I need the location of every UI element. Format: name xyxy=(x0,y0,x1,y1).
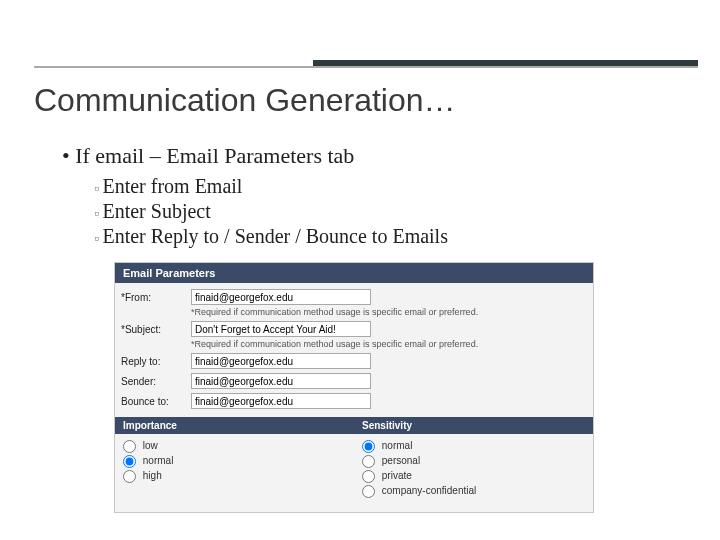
from-hint: *Required if communication method usage … xyxy=(191,307,593,319)
importance-high-label: high xyxy=(143,470,162,481)
sensitivity-personal-label: personal xyxy=(382,455,420,466)
from-input[interactable] xyxy=(191,289,371,305)
importance-header: Importance xyxy=(115,417,354,434)
sensitivity-private[interactable]: private xyxy=(362,470,585,483)
panel-header: Email Parameters xyxy=(115,263,593,283)
email-parameters-panel: Email Parameters *From: *Required if com… xyxy=(114,262,594,513)
importance-normal[interactable]: normal xyxy=(123,455,346,468)
subject-input[interactable] xyxy=(191,321,371,337)
slide-title: Communication Generation… xyxy=(34,82,686,119)
importance-low[interactable]: low xyxy=(123,440,346,453)
sensitivity-panel: Sensitivity normal personal private comp… xyxy=(354,417,593,504)
subbullet-reply: Enter Reply to / Sender / Bounce to Emai… xyxy=(94,225,686,248)
subject-label: *Subject: xyxy=(121,324,191,335)
from-label: *From: xyxy=(121,292,191,303)
subbullet-subject: Enter Subject xyxy=(94,200,686,223)
sensitivity-private-label: private xyxy=(382,470,412,481)
sensitivity-company[interactable]: company-confidential xyxy=(362,485,585,498)
importance-low-label: low xyxy=(143,440,158,451)
reply-to-input[interactable] xyxy=(191,353,371,369)
bullet-text: If email – Email Parameters tab xyxy=(75,143,354,168)
sensitivity-normal[interactable]: normal xyxy=(362,440,585,453)
importance-high[interactable]: high xyxy=(123,470,346,483)
sender-label: Sender: xyxy=(121,376,191,387)
sensitivity-header: Sensitivity xyxy=(354,417,593,434)
subject-hint: *Required if communication method usage … xyxy=(191,339,593,351)
slide-accent-rule xyxy=(34,60,698,68)
bounce-to-input[interactable] xyxy=(191,393,371,409)
bounce-to-label: Bounce to: xyxy=(121,396,191,407)
sender-input[interactable] xyxy=(191,373,371,389)
importance-panel: Importance low normal high xyxy=(115,417,354,504)
reply-to-label: Reply to: xyxy=(121,356,191,367)
sensitivity-normal-label: normal xyxy=(382,440,413,451)
importance-normal-label: normal xyxy=(143,455,174,466)
subbullet-from: Enter from Email xyxy=(94,175,686,198)
sensitivity-personal[interactable]: personal xyxy=(362,455,585,468)
bullet-if-email: If email – Email Parameters tab Enter fr… xyxy=(62,143,686,248)
sensitivity-company-label: company-confidential xyxy=(382,485,477,496)
